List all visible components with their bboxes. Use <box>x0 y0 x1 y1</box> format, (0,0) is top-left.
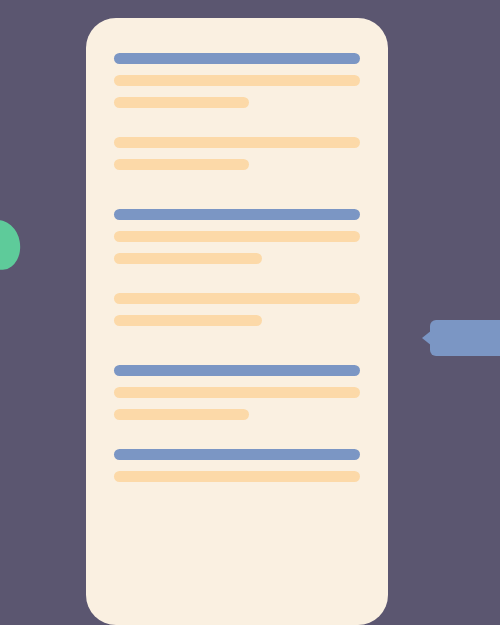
heading-line <box>114 53 360 64</box>
body-line <box>114 293 360 304</box>
body-line <box>114 409 249 420</box>
decorative-green-shape <box>0 217 24 273</box>
body-line <box>114 231 360 242</box>
heading-line <box>114 449 360 460</box>
body-line <box>114 471 360 482</box>
body-line <box>114 315 262 326</box>
body-line <box>114 159 249 170</box>
heading-line <box>114 209 360 220</box>
body-line <box>114 253 262 264</box>
callout-pointer <box>430 320 500 356</box>
body-line <box>114 137 360 148</box>
body-line <box>114 97 249 108</box>
body-line <box>114 75 360 86</box>
document-page <box>86 18 388 625</box>
heading-line <box>114 365 360 376</box>
body-line <box>114 387 360 398</box>
